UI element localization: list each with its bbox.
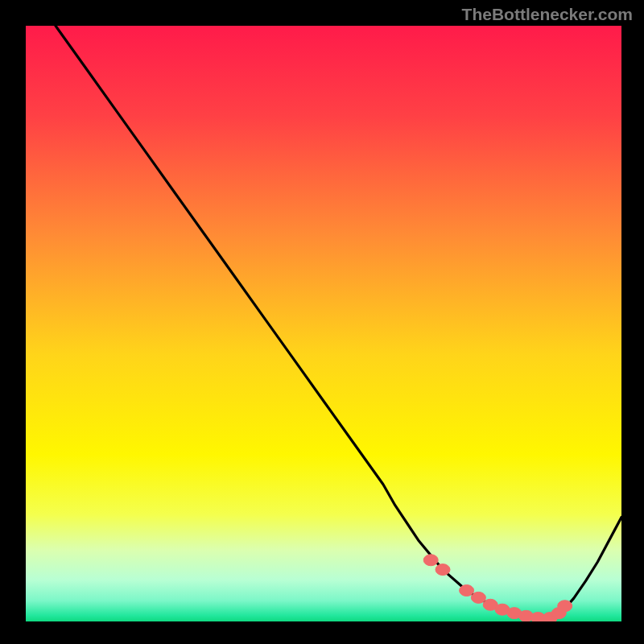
gradient-background — [26, 26, 621, 621]
marker-point — [423, 555, 438, 566]
chart-svg — [26, 26, 621, 621]
marker-point — [436, 564, 450, 576]
marker-point — [471, 592, 485, 603]
marker-point — [460, 585, 474, 597]
marker-point — [558, 601, 572, 612]
chart-container: TheBottlenecker.com — [0, 0, 644, 644]
watermark-text: TheBottlenecker.com — [462, 5, 633, 24]
plot-area — [26, 26, 621, 621]
